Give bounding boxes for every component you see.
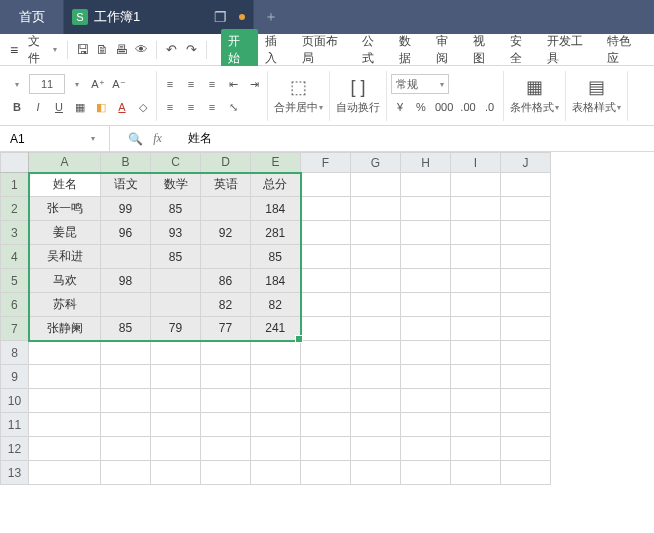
column-header[interactable]: J <box>501 153 551 173</box>
cell[interactable]: 82 <box>201 293 251 317</box>
cell[interactable] <box>151 389 201 413</box>
cell[interactable] <box>151 269 201 293</box>
cell[interactable] <box>401 173 451 197</box>
cell[interactable] <box>451 341 501 365</box>
row-header[interactable]: 2 <box>1 197 29 221</box>
cell[interactable] <box>401 341 451 365</box>
decrease-font-icon[interactable]: A⁻ <box>110 74 128 94</box>
row-header[interactable]: 5 <box>1 269 29 293</box>
cell[interactable]: 总分 <box>251 173 301 197</box>
ribbon-tab-security[interactable]: 安全 <box>503 29 540 71</box>
cell[interactable]: 96 <box>101 221 151 245</box>
cell[interactable] <box>301 173 351 197</box>
cell[interactable] <box>151 341 201 365</box>
cell[interactable] <box>501 173 551 197</box>
cell[interactable]: 张静阑 <box>29 317 101 341</box>
cell[interactable] <box>351 461 401 485</box>
cell[interactable] <box>401 293 451 317</box>
tab-duplicate-icon[interactable]: ❐ <box>214 9 227 25</box>
cell[interactable] <box>301 293 351 317</box>
cell[interactable] <box>501 365 551 389</box>
font-family-dropdown[interactable]: ▾ <box>8 74 26 94</box>
print-preview-icon[interactable]: 👁 <box>133 42 150 57</box>
row-header[interactable]: 12 <box>1 437 29 461</box>
cell[interactable] <box>101 389 151 413</box>
cell[interactable] <box>251 365 301 389</box>
cell[interactable] <box>201 197 251 221</box>
cell[interactable] <box>351 437 401 461</box>
cell[interactable]: 姓名 <box>29 173 101 197</box>
save-icon[interactable]: 🖫 <box>74 42 91 57</box>
cell[interactable] <box>401 389 451 413</box>
cell[interactable] <box>301 389 351 413</box>
cell[interactable] <box>101 365 151 389</box>
row-header[interactable]: 3 <box>1 221 29 245</box>
ribbon-tab-review[interactable]: 审阅 <box>429 29 466 71</box>
cell[interactable] <box>201 389 251 413</box>
cell[interactable] <box>101 341 151 365</box>
column-header[interactable]: E <box>251 153 301 173</box>
cell[interactable] <box>401 413 451 437</box>
cell[interactable]: 184 <box>251 269 301 293</box>
save-as-icon[interactable]: 🗎 <box>94 42 111 57</box>
cell[interactable]: 98 <box>101 269 151 293</box>
ribbon-tab-devtools[interactable]: 开发工具 <box>540 29 600 71</box>
cell[interactable] <box>201 437 251 461</box>
cell[interactable] <box>101 413 151 437</box>
cell[interactable] <box>351 245 401 269</box>
select-all-corner[interactable] <box>1 153 29 173</box>
cell[interactable]: 苏科 <box>29 293 101 317</box>
cell[interactable] <box>451 317 501 341</box>
cell[interactable]: 241 <box>251 317 301 341</box>
cell[interactable] <box>401 221 451 245</box>
cell[interactable]: 张一鸣 <box>29 197 101 221</box>
column-header[interactable]: G <box>351 153 401 173</box>
cell[interactable] <box>351 197 401 221</box>
cell[interactable] <box>151 413 201 437</box>
ribbon-tab-formula[interactable]: 公式 <box>355 29 392 71</box>
cell[interactable] <box>401 437 451 461</box>
orientation-icon[interactable]: ⤡ <box>224 97 242 117</box>
cell[interactable] <box>201 413 251 437</box>
row-header[interactable]: 7 <box>1 317 29 341</box>
cell[interactable] <box>301 269 351 293</box>
cell[interactable] <box>451 173 501 197</box>
cell[interactable] <box>351 413 401 437</box>
cell[interactable]: 姜昆 <box>29 221 101 245</box>
cell[interactable] <box>401 245 451 269</box>
cell[interactable] <box>201 365 251 389</box>
italic-icon[interactable]: I <box>29 97 47 117</box>
cell[interactable]: 语文 <box>101 173 151 197</box>
ribbon-tab-page-layout[interactable]: 页面布局 <box>295 29 355 71</box>
cell[interactable]: 85 <box>151 197 201 221</box>
align-middle-icon[interactable]: ≡ <box>182 74 200 94</box>
merge-center-button[interactable]: ⬚ 合并居中▾ <box>268 71 330 121</box>
font-color-icon[interactable]: A <box>113 97 131 117</box>
cell[interactable] <box>351 341 401 365</box>
ribbon-tab-start[interactable]: 开始 <box>221 29 258 71</box>
cell[interactable]: 吴和进 <box>29 245 101 269</box>
cell[interactable] <box>251 461 301 485</box>
cell[interactable] <box>351 365 401 389</box>
tab-home[interactable]: 首页 <box>0 0 64 34</box>
cell[interactable] <box>501 245 551 269</box>
cell[interactable] <box>451 221 501 245</box>
zoom-icon[interactable]: 🔍 <box>128 132 143 146</box>
cell[interactable] <box>501 437 551 461</box>
cell[interactable] <box>101 245 151 269</box>
cell[interactable] <box>151 461 201 485</box>
cell[interactable] <box>29 389 101 413</box>
percent-icon[interactable]: % <box>412 97 430 117</box>
cell[interactable] <box>301 461 351 485</box>
cell[interactable] <box>451 197 501 221</box>
column-header[interactable]: B <box>101 153 151 173</box>
cell[interactable] <box>201 461 251 485</box>
redo-icon[interactable]: ↷ <box>183 42 200 57</box>
cell[interactable] <box>301 413 351 437</box>
row-header[interactable]: 10 <box>1 389 29 413</box>
align-left-icon[interactable]: ≡ <box>161 97 179 117</box>
cell[interactable] <box>351 317 401 341</box>
ribbon-tab-insert[interactable]: 插入 <box>258 29 295 71</box>
cell[interactable] <box>301 197 351 221</box>
cell[interactable] <box>101 293 151 317</box>
